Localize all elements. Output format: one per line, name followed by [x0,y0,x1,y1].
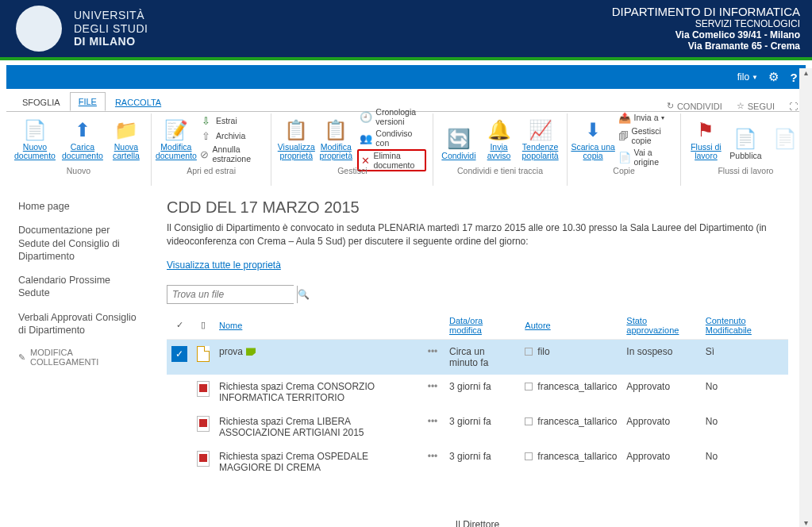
publish-button[interactable]: 📄Pubblica [727,115,764,163]
scroll-down-icon: ▾ [804,518,808,527]
discard-checkout-button[interactable]: ⊘Annulla estrazione [198,144,264,164]
suite-bar: filo▼ ⚙ ? [6,65,806,89]
new-document-button[interactable]: 📄Nuovo documento [13,115,57,163]
tab-browse[interactable]: SFOGLIA [14,94,68,111]
send-to-button[interactable]: 📤Invia a ▾ [616,110,675,125]
sidebar-item-documentazione[interactable]: Documentazione per Sedute del Consiglio … [18,224,141,263]
gear-icon[interactable]: ⚙ [768,71,779,83]
edit-links-button[interactable]: ✎MODIFICA COLLEGAMENTI [18,348,141,367]
col-author[interactable]: Autore [520,312,622,340]
row-checkbox-checked-icon[interactable]: ✓ [171,346,187,362]
modified-cell: 3 giorni fa [444,444,520,479]
help-icon[interactable]: ? [788,71,799,83]
go-source-button[interactable]: 📄Vai a origine [616,147,675,167]
publish-icon: 📄 [733,126,758,152]
workflow-icon: ⚑ [693,117,718,143]
sidebar-item-verbali[interactable]: Verbali Approvati Consiglio di Dipartime… [18,311,141,337]
shared-with-icon: 👥 [360,132,372,144]
sidebar-item-calendario[interactable]: Calendario Prossime Sedute [18,274,141,300]
presence-icon [525,383,533,390]
university-seal-icon [16,6,62,52]
col-type[interactable]: ▯ [192,312,214,340]
tab-file[interactable]: FILE [70,92,106,111]
ribbon-group-flussi: ⚑Flussi di lavoro 📄Pubblica 📄 Flussi di … [681,113,810,186]
approval-cell: In sospeso [622,339,700,375]
new-badge-icon [246,348,256,356]
editable-cell: Sì [701,339,788,375]
upload-document-button[interactable]: ⬆Carica documento [60,115,105,163]
shared-with-button[interactable]: 👥Condiviso con [357,128,426,148]
ribbon-group-label: Flussi di lavoro [687,166,803,176]
file-name[interactable]: prova [214,339,421,375]
row-menu-button[interactable]: ••• [421,444,444,479]
ribbon-group-label: Apri ed estrai [158,166,264,176]
file-type-icon: ▯ [201,320,206,329]
download-copy-button[interactable]: ⬇Scarica una copia [574,115,613,163]
search-button[interactable]: 🔍 [297,286,310,303]
view-all-properties-link[interactable]: Visualizza tutte le proprietà [167,260,281,271]
file-name[interactable]: Richiesta spazi Crema CONSORZIO INFORMAT… [214,375,421,410]
row-menu-button[interactable]: ••• [421,410,444,444]
manage-copies-button[interactable]: 🗐Gestisci copie [616,125,675,146]
col-name[interactable]: Nome [214,312,421,340]
university-logo-block: UNIVERSITÀ DEGLI STUDI DI MILANO [0,0,148,57]
ribbon-group-label: Copie [574,166,675,176]
alert-button[interactable]: 🔔Invia avviso [481,115,518,163]
signature-block: Il Direttore Prof. Goffredo Haus [167,519,788,527]
table-row[interactable]: Richiesta spazi Crema OSPEDALE MAGGIORE … [167,444,788,479]
share-action[interactable]: ↻CONDIVIDI [667,101,722,111]
bell-icon: 🔔 [487,117,512,143]
upload-icon: ⬆ [70,117,95,143]
file-name[interactable]: Richiesta spazi Crema LIBERA ASSOCIAZION… [214,410,421,444]
table-row[interactable]: ✓prova•••Circa un minuto fafiloIn sospes… [167,339,788,375]
col-editable[interactable]: Contenuto Modificabile [701,312,788,340]
version-history-button[interactable]: 🕘Cronologia versioni [357,106,426,127]
content-area: CDD DEL 17 MARZO 2015 Il Consiglio di Di… [149,186,806,527]
presence-icon [525,348,533,356]
pdf-file-icon [197,451,210,467]
approval-cell: Approvato [622,375,700,410]
ribbon-group-label: Nuovo [13,166,144,176]
send-to-icon: 📤 [618,111,631,124]
row-menu-button[interactable]: ••• [421,339,444,375]
search-icon: 🔍 [298,289,310,300]
follow-action[interactable]: ☆SEGUI [737,101,775,111]
view-properties-button[interactable]: 📋Visualizza proprietà [278,115,314,163]
sidebar-item-home[interactable]: Home page [18,200,141,213]
new-folder-button[interactable]: 📁Nuova cartella [108,115,144,163]
col-approval[interactable]: Stato approvazione [622,312,700,340]
col-select[interactable]: ✓ [167,312,192,340]
editable-cell: No [701,375,788,410]
share-button[interactable]: 🔄Condividi [440,115,477,163]
pencil-icon: ✎ [18,352,25,363]
col-modified[interactable]: Data/ora modifica [444,312,520,340]
checkin-button[interactable]: ⇧Archivia [198,129,264,143]
manage-copies-icon: 🗐 [618,129,629,142]
table-row[interactable]: Richiesta spazi Crema LIBERA ASSOCIAZION… [167,410,788,444]
editable-cell: No [701,444,788,479]
table-row[interactable]: Richiesta spazi Crema CONSORZIO INFORMAT… [167,375,788,410]
file-name[interactable]: Richiesta spazi Crema OSPEDALE MAGGIORE … [214,444,421,479]
file-type-cell [192,410,214,444]
author-cell[interactable]: filo [520,339,622,375]
row-menu-button[interactable]: ••• [421,375,444,410]
checkout-button[interactable]: ⇩Estrai [198,113,264,128]
author-cell[interactable]: francesca_tallarico [520,375,622,410]
view-properties-icon: 📋 [283,117,309,143]
history-icon: 🕘 [360,110,372,123]
unpublish-button[interactable]: 📄 [767,115,803,163]
search-input[interactable] [167,286,297,303]
focus-icon[interactable]: ⛶ [789,102,798,111]
tab-collection[interactable]: RACCOLTA [107,94,169,111]
ribbon-group-apriestrai: 📝Modifica documento ⇩Estrai ⇧Archivia ⊘A… [152,113,271,186]
author-cell[interactable]: francesca_tallarico [520,444,622,479]
author-cell[interactable]: francesca_tallarico [520,410,622,444]
edit-properties-button[interactable]: 📋Modifica proprietà [317,115,354,163]
university-name: UNIVERSITÀ DEGLI STUDI DI MILANO [74,9,148,48]
edit-document-button[interactable]: 📝Modifica documento [158,115,194,163]
user-menu[interactable]: filo▼ [737,71,758,83]
popularity-button[interactable]: 📈Tendenze popolarità [521,115,560,163]
edit-document-icon: 📝 [164,117,189,143]
scrollbar[interactable]: ▴ ▾ [799,68,812,527]
workflows-button[interactable]: ⚑Flussi di lavoro [687,115,724,163]
